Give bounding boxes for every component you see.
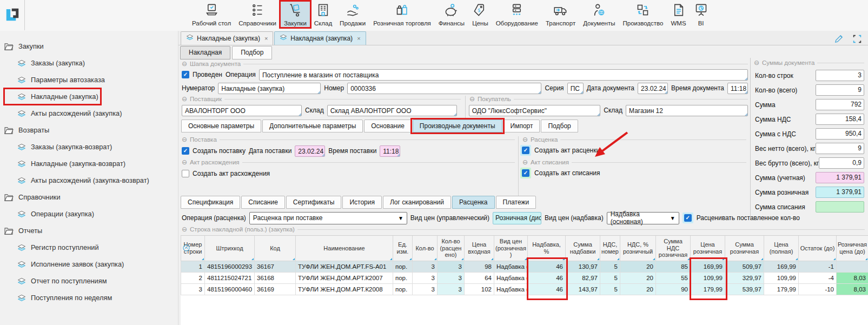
toolbar-item-documents[interactable]: Документы [579,1,619,28]
grid-column-header[interactable]: Сумма надбавки [566,236,600,261]
collapse-icon[interactable]: ⊖ [522,159,528,165]
cell-barcode[interactable]: 4815196000460 [205,283,255,295]
cell-balance[interactable]: -10 [799,283,837,295]
cell-markup-sum[interactable]: 130,97 [566,261,600,272]
cell-price-in[interactable]: 98 [465,261,494,272]
grid-column-header[interactable]: Кол-во [413,236,438,261]
cell-line-number[interactable]: 3 [181,283,205,295]
cell-unit[interactable]: пор. [393,272,413,283]
toolbar-item-references[interactable]: Справочники [235,1,280,28]
doc-date-input[interactable]: 23.02.24 [638,83,668,94]
cell-markup-pct[interactable]: 46 [528,283,566,295]
detail-tab[interactable]: Расценка [452,196,495,209]
detail-tab[interactable]: История [342,196,382,209]
cell-retail-price[interactable]: 109,99 [691,272,725,283]
toolbar-item-sales[interactable]: Продажи [336,1,369,28]
cell-full-price[interactable]: 179,99 [764,283,799,295]
delivery-date-input[interactable]: 23.02.24 [295,145,325,157]
supplier-input[interactable]: АВАЛОНТОРГ ООО [182,105,302,116]
buyer-input[interactable]: ОДО "ЛюксСофтСервис" [469,105,601,116]
grid-column-header[interactable]: НДС, % розничный [620,236,656,261]
sidebar-item[interactable]: Операции (закупка) [17,205,94,222]
cell-retail-before[interactable]: 8,03 [837,283,868,295]
cell-line-number[interactable]: 1 [181,261,205,272]
detail-tab[interactable]: Сертификаты [286,196,342,209]
cell-qty[interactable]: 3 [413,261,438,272]
toolbar-item-purchases[interactable]: Закупки [280,1,310,28]
toolbar-item-bi[interactable]: BI [690,1,712,28]
collapse-icon[interactable]: ⊖ [469,96,475,102]
view-tab[interactable]: Накладная [180,46,230,59]
doc-time-input[interactable]: 11:18 [727,83,748,94]
create-delivery-checkbox[interactable] [182,147,189,155]
cell-markup-pct[interactable]: 46 [528,272,566,283]
cell-price-type[interactable]: Надбавка (ос [494,283,528,295]
sidebar-item[interactable]: Отчеты [4,222,42,239]
toolbar-item-production[interactable]: Производство [619,1,667,28]
supplier-warehouse-input[interactable]: Склад АВАЛОНТОРГ ООО [327,105,457,116]
sidebar-item[interactable]: Параметры автозаказа [17,71,105,88]
buyer-warehouse-input[interactable]: Магазин 12 [626,105,748,116]
cell-price-type[interactable]: Надбавка (ос [494,272,528,283]
cell-qty-priced[interactable]: 3 [438,283,465,295]
sum-value[interactable]: 0,9 [819,157,864,169]
sum-value[interactable]: 1 379,91 [816,172,864,183]
cell-name[interactable]: ТУФЛИ ЖЕН.ДОМ.АРТ.К2007 [296,272,393,283]
markup-price-type-select[interactable]: Надбавка (основная) ▼ [607,212,679,224]
cell-retail-price[interactable]: 179,99 [691,283,725,295]
delivery-time-input[interactable]: 11:18 [380,145,400,157]
cell-name[interactable]: ТУФЛИ ЖЕН.ДОМ.АРТ.К2008 [296,283,393,295]
sidebar-item[interactable]: Закупки [4,38,44,55]
grid-row[interactable]: 1 4815196000293 36167 ТУФЛИ ЖЕН.ДОМ.АРТ.… [181,261,868,272]
cell-markup-sum[interactable]: 143,97 [566,283,600,295]
sum-value[interactable]: 950,4 [816,128,864,140]
cell-code[interactable]: 36168 [255,272,296,283]
create-pricing-act-checkbox[interactable] [522,147,529,154]
sum-value[interactable]: 3 [816,70,864,81]
collapse-icon[interactable]: ⊖ [182,96,187,102]
doc-tab-invoices-list[interactable]: Накладные (закупка) × [181,31,273,45]
pricing-operation-select[interactable]: Расценка при поставке ▼ [249,212,407,224]
number-input[interactable]: 0000336 [347,83,541,94]
grid-column-header[interactable]: Розничная цена (до) [837,236,868,261]
collapse-icon[interactable]: ⊖ [182,136,187,143]
cell-qty-priced[interactable]: 3 [438,272,465,283]
detail-tab[interactable]: Платежи [496,196,536,209]
grid-column-header[interactable]: Остаток (до) [799,236,837,261]
cell-balance[interactable]: -4 [799,272,837,283]
cell-barcode[interactable]: 4815196000293 [205,261,255,272]
grid-column-header[interactable]: Штрихкод [205,236,255,261]
cell-balance[interactable]: -1 [799,261,837,272]
parameter-tab[interactable]: Дополнительные параметры [262,120,363,132]
create-discrepancy-checkbox[interactable] [182,170,189,177]
sidebar-item[interactable]: Акты расхождений (закупка-возврат) [17,172,149,189]
collapse-icon[interactable]: ⊖ [182,61,187,67]
cell-retail-sum[interactable]: 509,97 [725,261,764,272]
cell-price-in[interactable]: 102 [465,283,494,295]
cell-vat-sum[interactable]: 90 [656,283,691,295]
sidebar-item[interactable]: Поступления по неделям [17,289,112,306]
sidebar-item[interactable]: Заказы (закупка-возврат) [17,138,112,155]
toolbar-item-desktop[interactable]: Рабочий стол [188,1,235,28]
cell-line-number[interactable]: 2 [181,272,205,283]
cell-code[interactable]: 36167 [255,261,296,272]
doc-tab-invoice[interactable]: Накладная (закупка) × [274,31,366,45]
toolbar-item-wms[interactable]: WMS [667,1,690,28]
cell-retail-before[interactable] [837,261,868,272]
toolbar-item-prices[interactable]: $ Цены [468,1,492,28]
sidebar-item[interactable]: Заказы (закупка) [17,55,85,71]
cell-vat-sum[interactable]: 85 [656,261,691,272]
sum-value[interactable]: 792 [816,99,864,110]
sidebar-item[interactable]: Возвраты [4,122,49,138]
close-icon[interactable]: × [357,35,360,42]
sum-value[interactable]: 158,4 [816,114,864,125]
cell-unit[interactable]: пор. [393,283,413,295]
parameter-tab[interactable]: Импорт [503,120,540,132]
collapse-icon[interactable]: ⊖ [754,59,759,66]
numerator-input[interactable]: Накладные (закупка) [218,83,321,94]
cell-vat-pct[interactable]: 20 [620,261,656,272]
grid-column-header[interactable]: Цена розничная [691,236,725,261]
sum-value[interactable]: 9 [816,84,864,96]
cell-vat-num[interactable]: 5 [600,272,620,283]
sidebar-item[interactable]: Накладные (закупка) [17,88,98,105]
